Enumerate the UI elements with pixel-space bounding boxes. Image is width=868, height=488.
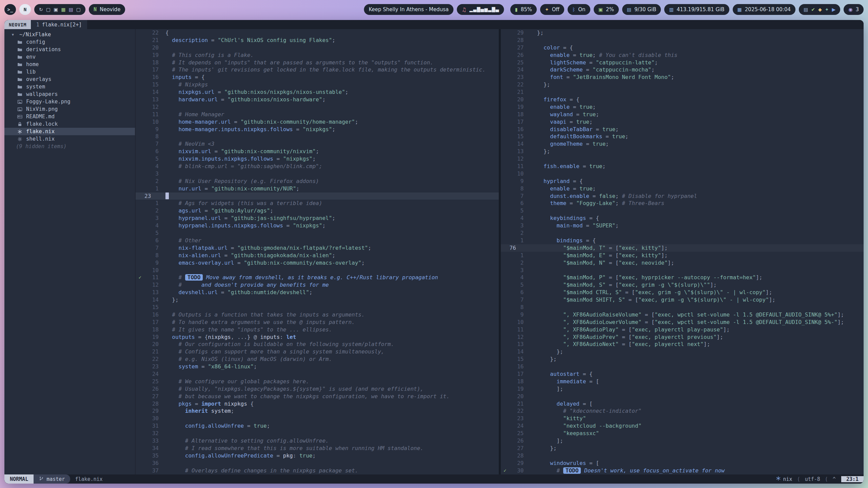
code-line[interactable]: 1 "$mainMod, E" = ["exec, kitty"]; xyxy=(501,252,864,259)
code-line[interactable]: 30 xyxy=(136,415,499,422)
refresh-icon[interactable]: ↻ xyxy=(39,7,43,12)
code-line[interactable]: 17 # To handle extra arguments we use th… xyxy=(136,319,499,326)
code-line[interactable]: 1 nur.url = "github:nix-community/NUR"; xyxy=(136,185,499,192)
code-line[interactable]: 19 outputs = {nixpkgs, ...} @ inputs: le… xyxy=(136,333,499,341)
code-line[interactable]: 28 xyxy=(501,452,864,460)
tree-item-wallpapers[interactable]: wallpapers xyxy=(4,90,135,98)
tray-shield-icon[interactable]: ◆ xyxy=(818,7,822,12)
cpu-pill[interactable]: ▣2% xyxy=(594,4,619,15)
workspace-terminal[interactable]: >_ xyxy=(4,4,16,15)
code-line[interactable]: 20 xyxy=(136,44,499,52)
tree-item-readme-md[interactable]: README.md xyxy=(4,113,135,120)
code-line[interactable]: 20 xyxy=(501,393,864,400)
tree-item-flake-nix[interactable]: flake.nix xyxy=(4,128,135,135)
code-line[interactable]: 6 "$mainMod CTRL, S" = ["exec, grim -g \… xyxy=(501,289,864,296)
app-grid-icon[interactable]: ▣ xyxy=(54,7,58,12)
code-line[interactable]: 36 xyxy=(136,460,499,467)
code-line[interactable]: 25 "keepassxc" xyxy=(501,430,864,437)
code-line[interactable]: 14 }; xyxy=(136,296,499,304)
code-line[interactable]: 18 wayland = true; xyxy=(501,111,864,118)
code-line[interactable]: 14 }; xyxy=(501,348,864,355)
code-line[interactable]: 6 nixvim.url = "github:nix-community/nix… xyxy=(136,148,499,155)
window-title-pill[interactable]: N Neovide xyxy=(89,4,125,15)
code-line[interactable]: 1 bindings = { xyxy=(501,237,864,244)
code-line[interactable]: 2 ags.url = "github:Aylur/ags"; xyxy=(136,207,499,215)
code-line[interactable]: 17 autostart = { xyxy=(501,370,864,378)
code-line[interactable]: 16 disableTabBar = true; xyxy=(501,126,864,133)
code-line[interactable]: 22{ xyxy=(136,29,499,37)
code-line[interactable]: 23 system = "x86_64-linux"; xyxy=(136,363,499,370)
workspace-neovide[interactable]: N xyxy=(19,4,31,15)
code-line[interactable]: 8 xyxy=(501,304,864,311)
tree-item-config[interactable]: config xyxy=(4,38,135,46)
code-line[interactable]: 23 "kitty" xyxy=(501,415,864,422)
tray-keyboard-icon[interactable]: ▤ xyxy=(804,7,808,12)
code-line[interactable]: 15 }; xyxy=(501,355,864,363)
tab-flake-nix[interactable]: 1 flake.nix[2+] xyxy=(31,20,87,29)
code-line[interactable]: 7 "$mainMod SHIFT, S" = ["exec, grim -g … xyxy=(501,296,864,304)
code-line[interactable]: 27 color = { xyxy=(501,44,864,52)
code-line[interactable]: 10 ", XF86AudioLowerVolume" = ["exec, wp… xyxy=(501,319,864,326)
code-line[interactable]: 26 ]; xyxy=(501,437,864,445)
code-line[interactable]: 7 # NeoVim <3 xyxy=(136,140,499,148)
code-line[interactable]: 11 ", XF86AudioPlay" = ["exec, playerctl… xyxy=(501,326,864,333)
code-line[interactable]: 4 # blink-cmp.url = "github:saghen/blink… xyxy=(136,163,499,170)
code-line[interactable]: 20 # Our configuration is buildable on t… xyxy=(136,341,499,348)
code-line[interactable]: 15 defaultBookmarks = true; xyxy=(501,133,864,140)
code-line[interactable]: 13 ", XF86AudioNext" = ["exec, playerctl… xyxy=(501,341,864,348)
code-line[interactable]: 24 darkScheme = "catppuccin-mocha"; xyxy=(501,66,864,74)
code-line[interactable]: 28 pkgs = import nixpkgs { xyxy=(136,400,499,408)
code-line[interactable]: 1 # Ags for widgets (this was a terrible… xyxy=(136,200,499,207)
code-line[interactable]: 22 # e.g. NixOS (linux) and MacOS (darwi… xyxy=(136,355,499,363)
code-line[interactable]: 2 xyxy=(501,229,864,237)
code-line[interactable]: 12 # and doesn't provide any benefits fo… xyxy=(136,281,499,289)
code-line[interactable]: 19 # This config is a Flake. xyxy=(136,52,499,59)
code-line[interactable]: 4 hyprpanel.inputs.nixpkgs.follows = "ni… xyxy=(136,222,499,229)
code-line[interactable]: 3 xyxy=(501,267,864,274)
memory-pill[interactable]: ▤9/30 GiB xyxy=(622,4,661,15)
window-icon[interactable]: ▢ xyxy=(46,7,51,12)
code-line[interactable]: 19 ]; xyxy=(501,385,864,393)
code-line[interactable]: 8 enable = true; xyxy=(501,185,864,192)
code-line[interactable]: 13 devshell.url = "github:numtide/devshe… xyxy=(136,289,499,296)
code-line[interactable]: 10 home-manager.url = "github:nix-commun… xyxy=(136,118,499,126)
code-line[interactable]: 21 # Configs can support more than a sin… xyxy=(136,348,499,355)
code-line[interactable]: 13 hardware.url = "github:nixos/nixos-ha… xyxy=(136,96,499,103)
code-line[interactable]: 4 keybindings = { xyxy=(501,215,864,222)
code-line[interactable]: 16 xyxy=(501,363,864,370)
code-line[interactable]: 17 vaapi = true; xyxy=(501,118,864,126)
code-line[interactable]: 9 home-manager.inputs.nixpkgs.follows = … xyxy=(136,126,499,133)
tree-item-foggy-lake-png[interactable]: Foggy-Lake.png xyxy=(4,98,135,105)
code-line[interactable]: 35 config.allowUnfreePredicate = pkg: tr… xyxy=(136,452,499,460)
tray-send-icon[interactable]: ▶ xyxy=(832,7,835,12)
code-line[interactable]: 14 gnomeTheme = true; xyxy=(501,140,864,148)
notifications-pill[interactable]: ◉3 xyxy=(844,4,864,15)
code-line[interactable]: 11 fish.enable = true; xyxy=(501,163,864,170)
code-line[interactable]: 33 # Alternative to setting config.allow… xyxy=(136,437,499,445)
code-line[interactable]: 11 # Home Manager xyxy=(136,111,499,118)
code-line[interactable]: 7 nix-flatpak.url = "github:gmodena/nix-… xyxy=(136,244,499,252)
code-line[interactable]: 29 windowrules = [ xyxy=(501,460,864,467)
code-line[interactable]: 8 nix-alien.url = "github:thiagokokada/n… xyxy=(136,252,499,259)
code-line[interactable]: 3 xyxy=(136,170,499,178)
code-line[interactable]: ✓30 # TODO Doesn't work, use focus_on_ac… xyxy=(501,467,864,474)
code-line[interactable]: 20 firefox = { xyxy=(501,96,864,103)
code-line[interactable]: 3 hyprpanel.url = "github:jas-singhfsu/h… xyxy=(136,215,499,222)
code-line[interactable]: 76 "$mainMod, T" = ["exec, kitty"]; xyxy=(501,244,864,252)
code-line[interactable]: 18 immediate = [ xyxy=(501,378,864,385)
code-line[interactable]: 10 xyxy=(136,267,499,274)
music-title-pill[interactable]: Keep Shelly In Athens - Medusa xyxy=(364,4,453,15)
code-line[interactable]: 9 hyprland = { xyxy=(501,178,864,185)
code-line[interactable]: 5 xyxy=(136,229,499,237)
code-line[interactable]: 24 "nextcloud --background" xyxy=(501,422,864,430)
code-line[interactable]: 23 xyxy=(136,192,499,200)
tree-item-flake-lock[interactable]: flake.lock xyxy=(4,120,135,128)
code-line[interactable]: 21 description = "ChUrl's NixOS config u… xyxy=(136,37,499,44)
code-line[interactable]: 3 main-mod = "SUPER"; xyxy=(501,222,864,229)
code-line[interactable]: 29 inherit system; xyxy=(136,407,499,415)
code-line[interactable]: 29 }; xyxy=(501,29,864,37)
code-line[interactable]: 9 ", XF86AudioRaiseVolume" = ["exec, wpc… xyxy=(501,311,864,319)
disk-pill[interactable]: ▥413.19/915.81 GiB xyxy=(664,4,729,15)
code-line[interactable]: 24 xyxy=(136,370,499,378)
code-line[interactable]: 5 xyxy=(501,207,864,215)
